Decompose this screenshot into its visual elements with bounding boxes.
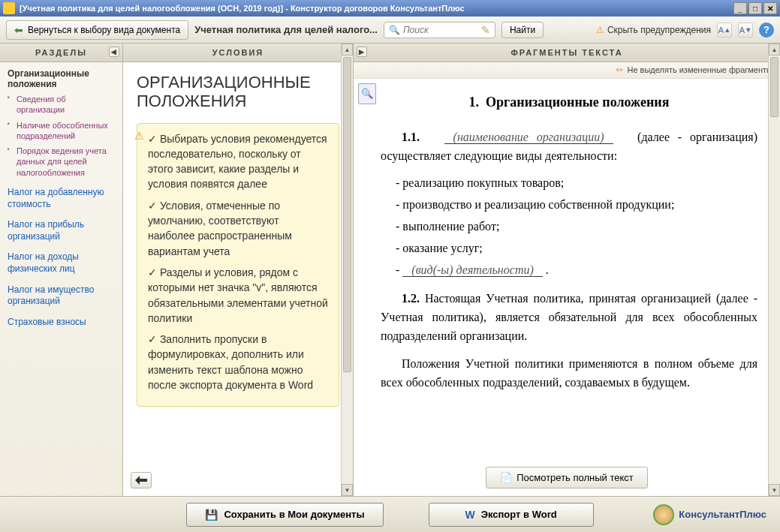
arrow-left-icon: ⬅	[14, 24, 23, 36]
brand-logo: КонсультантПлюс	[653, 504, 766, 525]
sidebar-link[interactable]: Налог на добавленную стоимость	[1, 187, 115, 210]
font-decrease-button[interactable]: A▼	[738, 23, 753, 38]
document-preview-icon[interactable]: 🔍	[358, 83, 376, 104]
fragments-header: ▶ ФРАГМЕНТЫ ТЕКСТА	[354, 44, 780, 62]
list-item-blank: - (вид(-ы) деятельности) .	[396, 261, 757, 280]
clear-icon[interactable]: ✎	[481, 24, 490, 36]
brand-face-icon	[653, 504, 674, 525]
sidebar-link[interactable]: Налог на прибыль организаций	[1, 219, 115, 242]
blank-field: (вид(-ы) деятельности)	[402, 263, 542, 277]
bottom-bar: 💾 Сохранить в Мои документы W Экспорт в …	[0, 496, 780, 532]
back-label: Вернуться к выбору вида документа	[28, 25, 180, 35]
fragments-subbar[interactable]: ✏ Не выделять измененные фрагменты	[354, 62, 780, 79]
scroll-up-icon[interactable]: ▲	[769, 44, 780, 56]
tip-box: ⚠ ✓ Выбирать условия рекомендуется после…	[137, 123, 339, 407]
save-button[interactable]: 💾 Сохранить в Мои документы	[186, 503, 383, 527]
document-title: Учетная политика для целей налого...	[194, 24, 378, 35]
scroll-thumb[interactable]	[343, 57, 351, 372]
export-word-button[interactable]: W Экспорт в Word	[429, 503, 594, 527]
blank-field: (наименование организации)	[444, 131, 613, 144]
expand-fragments-icon[interactable]: ▶	[357, 47, 367, 57]
hide-warnings-toggle[interactable]: ⚠ Скрыть предупреждения	[596, 25, 711, 35]
scroll-up-icon[interactable]: ▲	[342, 44, 353, 56]
document-icon: 📄	[500, 472, 512, 483]
sidebar-subitem[interactable]: Порядок ведения учета данных для целей н…	[8, 146, 115, 178]
warning-triangle-icon: ⚠	[134, 128, 144, 143]
fragments-panel: ▶ ФРАГМЕНТЫ ТЕКСТА ✏ Не выделять изменен…	[354, 44, 780, 496]
scroll-down-icon[interactable]: ▼	[769, 484, 780, 496]
list-item: - реализацию покупных товаров;	[396, 174, 757, 193]
titlebar: [Учетная политика для целей налогообложе…	[0, 0, 780, 17]
conditions-back-button[interactable]	[131, 472, 152, 488]
tip-item: ✓ Условия, отмеченные по умолчанию, соот…	[148, 198, 328, 259]
tip-item: ✓ Разделы и условия, рядом с которыми не…	[148, 265, 328, 326]
view-full-text-button[interactable]: 📄 Посмотреть полный текст	[486, 467, 648, 488]
conditions-title: ОРГАНИЗАЦИОННЫЕ ПОЛОЖЕНИЯ	[137, 73, 339, 111]
sidebar-section-active[interactable]: Организационные положения	[8, 68, 115, 89]
list-item: - выполнение работ;	[396, 218, 757, 236]
sidebar-link[interactable]: Страховые взносы	[1, 317, 115, 329]
sidebar-subitem[interactable]: Сведения об организации	[8, 94, 115, 116]
app-icon	[3, 2, 15, 14]
sidebar-header: РАЗДЕЛЫ ◀	[0, 44, 122, 62]
window-title: [Учетная политика для целей налогообложе…	[20, 4, 733, 13]
search-icon: 🔍	[389, 25, 400, 35]
search-box[interactable]: 🔍 ✎	[384, 22, 495, 38]
word-icon: W	[465, 509, 474, 521]
fragment-p11: 1.1. (наименование организации) (далее -…	[381, 128, 757, 166]
scroll-thumb[interactable]	[770, 57, 778, 117]
back-button[interactable]: ⬅ Вернуться к выбору вида документа	[6, 20, 188, 40]
list-item: - производство и реализацию собственной …	[396, 196, 757, 215]
hide-warn-label: Скрыть предупреждения	[607, 25, 711, 35]
main-area: РАЗДЕЛЫ ◀ Организационные положения Свед…	[0, 44, 780, 496]
sidebar: РАЗДЕЛЫ ◀ Организационные положения Свед…	[0, 44, 123, 496]
close-button[interactable]: ✕	[763, 2, 777, 14]
fragments-scrollbar[interactable]: ▲ ▼	[768, 44, 780, 496]
sidebar-subitem[interactable]: Наличие обособленных подразделений	[8, 120, 115, 142]
find-button[interactable]: Найти	[501, 22, 544, 38]
toolbar: ⬅ Вернуться к выбору вида документа Учет…	[0, 17, 780, 44]
help-button[interactable]: ?	[759, 23, 774, 38]
pencil-icon: ✏	[616, 65, 623, 74]
font-increase-button[interactable]: A▲	[717, 23, 732, 38]
conditions-scrollbar[interactable]: ▲ ▼	[341, 44, 353, 496]
minimize-button[interactable]: _	[733, 2, 747, 14]
fragments-body: 🔍 1. Организационные положения 1.1. (наи…	[354, 79, 780, 461]
conditions-header: УСЛОВИЯ	[123, 44, 353, 62]
maximize-button[interactable]: □	[748, 2, 762, 14]
sidebar-link[interactable]: Налог на имущество организаций	[1, 284, 115, 308]
conditions-panel: УСЛОВИЯ ОРГАНИЗАЦИОННЫЕ ПОЛОЖЕНИЯ ⚠ ✓ Вы…	[123, 44, 354, 496]
collapse-sidebar-icon[interactable]: ◀	[109, 47, 119, 57]
fragment-list: - реализацию покупных товаров; - произво…	[396, 174, 757, 279]
fragment-p-future: Положения Учетной политики применяются в…	[381, 355, 757, 392]
fragment-heading: 1. Организационные положения	[381, 92, 757, 113]
search-input[interactable]	[403, 25, 478, 35]
list-item: - оказание услуг;	[396, 239, 757, 258]
fragment-p12: 1.2. Настоящая Учетная политика, принята…	[381, 290, 757, 345]
warning-icon: ⚠	[596, 25, 604, 35]
sidebar-link[interactable]: Налог на доходы физических лиц	[1, 251, 115, 275]
tip-item: ✓ Выбирать условия рекомендуется последо…	[148, 131, 328, 192]
scroll-down-icon[interactable]: ▼	[342, 484, 353, 496]
tip-item: ✓ Заполнить пропуски в формулировках, до…	[148, 332, 328, 392]
save-icon: 💾	[205, 509, 218, 521]
